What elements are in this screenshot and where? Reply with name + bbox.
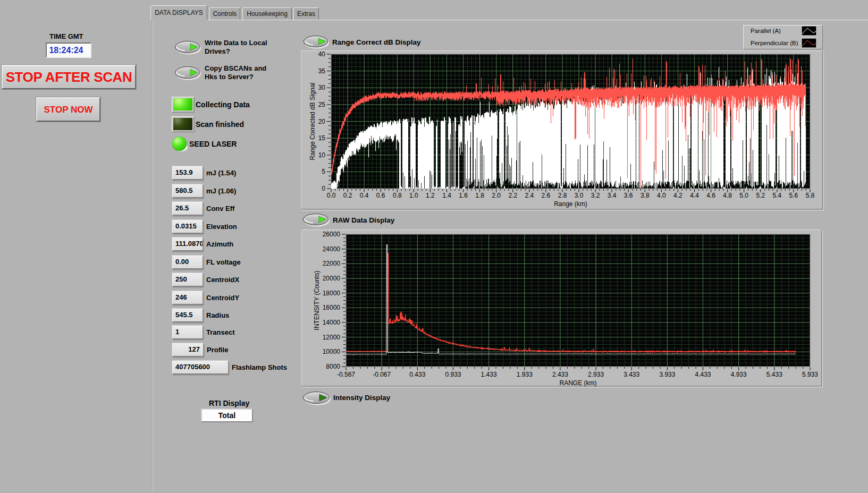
- svg-text:0.4: 0.4: [360, 192, 369, 199]
- svg-text:30: 30: [318, 84, 326, 91]
- svg-text:10000: 10000: [323, 348, 341, 355]
- svg-text:0: 0: [322, 185, 325, 192]
- svg-text:1.6: 1.6: [459, 192, 468, 199]
- svg-text:1.8: 1.8: [475, 192, 484, 199]
- svg-text:Perpendicular (B): Perpendicular (B): [751, 40, 798, 46]
- svg-text:35: 35: [318, 67, 326, 75]
- svg-text:2.4: 2.4: [525, 192, 534, 199]
- svg-text:5.8: 5.8: [806, 192, 815, 199]
- svg-text:2.0: 2.0: [492, 192, 501, 199]
- svg-text:1.4: 1.4: [442, 192, 451, 199]
- svg-text:3.0: 3.0: [575, 192, 584, 199]
- svg-text:40: 40: [318, 50, 326, 58]
- svg-text:4.2: 4.2: [673, 192, 682, 199]
- svg-text:0.933: 0.933: [445, 371, 461, 378]
- svg-text:0.0: 0.0: [327, 192, 336, 199]
- svg-text:Range (km): Range (km): [554, 200, 587, 208]
- svg-text:5.933: 5.933: [802, 371, 818, 378]
- svg-text:2.433: 2.433: [552, 371, 568, 378]
- svg-text:12000: 12000: [323, 334, 341, 341]
- svg-text:24000: 24000: [323, 245, 341, 253]
- svg-text:3.933: 3.933: [659, 371, 675, 378]
- svg-text:10: 10: [318, 151, 326, 159]
- svg-text:25: 25: [318, 101, 326, 108]
- svg-text:2.8: 2.8: [558, 192, 567, 199]
- svg-text:4.6: 4.6: [706, 192, 715, 199]
- svg-text:14000: 14000: [323, 319, 341, 326]
- svg-text:2.2: 2.2: [508, 192, 517, 199]
- svg-text:5.4: 5.4: [773, 192, 782, 199]
- svg-text:26000: 26000: [323, 231, 341, 238]
- svg-text:3.433: 3.433: [623, 371, 639, 378]
- svg-text:3.6: 3.6: [624, 192, 633, 199]
- svg-text:INTENSITY (Counts): INTENSITY (Counts): [313, 271, 321, 330]
- svg-text:4.0: 4.0: [657, 192, 666, 199]
- svg-text:3.8: 3.8: [641, 192, 650, 199]
- svg-text:5.433: 5.433: [766, 371, 782, 378]
- svg-text:18000: 18000: [323, 290, 341, 297]
- svg-text:1.933: 1.933: [517, 371, 533, 378]
- svg-text:-0.567: -0.567: [337, 371, 355, 378]
- svg-text:20: 20: [318, 118, 326, 125]
- svg-text:5.0: 5.0: [739, 192, 748, 199]
- svg-text:4.4: 4.4: [690, 192, 699, 199]
- svg-text:8000: 8000: [326, 363, 340, 370]
- svg-text:16000: 16000: [323, 304, 341, 311]
- svg-text:5.2: 5.2: [756, 192, 765, 199]
- svg-text:0.8: 0.8: [393, 192, 402, 199]
- svg-text:20000: 20000: [323, 275, 341, 282]
- svg-text:15: 15: [318, 134, 326, 142]
- svg-text:22000: 22000: [323, 260, 341, 267]
- svg-text:1.2: 1.2: [426, 192, 435, 199]
- svg-text:Parallel (A): Parallel (A): [751, 28, 781, 34]
- svg-text:Range Corrected dB Signal: Range Corrected dB Signal: [309, 82, 316, 160]
- svg-text:5.6: 5.6: [789, 192, 798, 199]
- svg-text:4.933: 4.933: [731, 371, 747, 378]
- svg-text:1.433: 1.433: [481, 371, 497, 378]
- svg-text:0.2: 0.2: [343, 192, 352, 199]
- svg-text:-0.067: -0.067: [373, 371, 391, 378]
- svg-text:5: 5: [322, 168, 325, 175]
- svg-text:RANGE (km): RANGE (km): [560, 379, 597, 387]
- svg-text:1.0: 1.0: [409, 192, 418, 199]
- svg-text:4.8: 4.8: [723, 192, 732, 199]
- svg-text:3.2: 3.2: [591, 192, 600, 199]
- svg-text:0.433: 0.433: [409, 371, 425, 378]
- svg-text:3.4: 3.4: [608, 192, 617, 199]
- svg-text:2.6: 2.6: [542, 192, 551, 199]
- svg-text:4.433: 4.433: [695, 371, 711, 378]
- svg-text:2.933: 2.933: [588, 371, 604, 378]
- svg-text:0.6: 0.6: [376, 192, 385, 199]
